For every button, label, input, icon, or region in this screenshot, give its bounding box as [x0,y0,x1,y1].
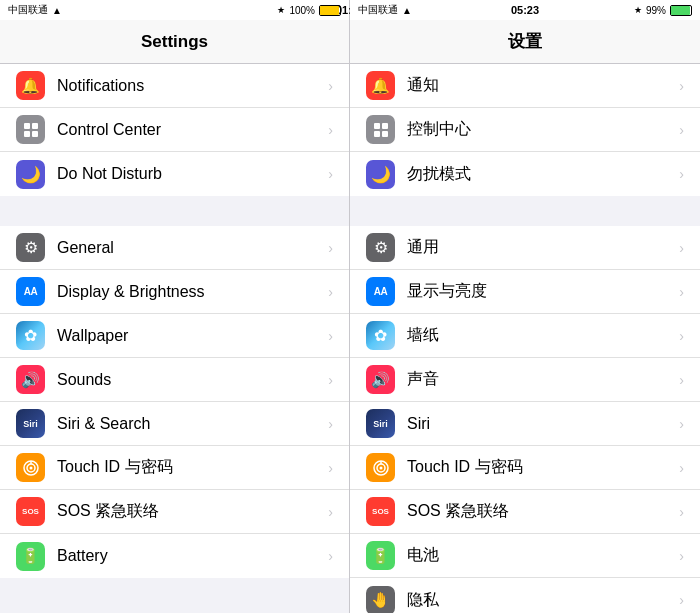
general-chevron: › [328,240,333,256]
zh-sidebar-item-siri[interactable]: Siri Siri › [350,402,700,446]
zh-siri-chevron: › [679,416,684,432]
sidebar-item-touch-id[interactable]: Touch ID 与密码 › [0,446,349,490]
zh-privacy-chevron: › [679,592,684,608]
touch-id-label: Touch ID 与密码 [57,457,324,478]
sidebar-item-battery[interactable]: 🔋 Battery › [0,534,349,578]
sidebar-item-wallpaper[interactable]: ✿ Wallpaper › [0,314,349,358]
svg-rect-2 [24,131,30,137]
control-center-icon-svg [22,121,40,139]
zh-control-center-chevron: › [679,122,684,138]
sounds-label: Sounds [57,371,324,389]
right-bluetooth-icon: ★ [634,5,642,15]
siri-search-label: Siri & Search [57,415,324,433]
sidebar-item-sos[interactable]: SOS SOS 紧急联络 › [0,490,349,534]
siri-icon-glyph: Siri [23,419,38,429]
zh-siri-icon-glyph: Siri [373,419,388,429]
zh-sidebar-item-notifications[interactable]: 🔔 通知 › [350,64,700,108]
touch-id-chevron: › [328,460,333,476]
zh-wallpaper-icon: ✿ [366,321,395,350]
touch-id-icon [16,453,45,482]
zh-sidebar-item-touch-id[interactable]: Touch ID 与密码 › [350,446,700,490]
touch-id-icon-svg [22,459,40,477]
display-brightness-icon: AA [16,277,45,306]
siri-icon: Siri [16,409,45,438]
notifications-icon: 🔔 [16,71,45,100]
sidebar-item-siri-search[interactable]: Siri Siri & Search › [0,402,349,446]
general-icon: ⚙ [16,233,45,262]
zh-wallpaper-icon-glyph: ✿ [374,326,387,345]
zh-general-label: 通用 [407,237,675,258]
left-section-1: 🔔 Notifications › Control Center › [0,64,349,196]
right-wifi-icon: ▲ [402,5,412,16]
left-battery-icon [319,5,341,16]
zh-display-brightness-chevron: › [679,284,684,300]
notifications-icon-glyph: 🔔 [21,77,40,95]
wallpaper-chevron: › [328,328,333,344]
do-not-disturb-icon: 🌙 [16,160,45,189]
svg-point-14 [379,466,382,469]
zh-control-center-icon [366,115,395,144]
zh-general-chevron: › [679,240,684,256]
sos-chevron: › [328,504,333,520]
sidebar-item-notifications[interactable]: 🔔 Notifications › [0,64,349,108]
right-phone-panel: 中国联通 ▲ 05:23 ★ 99% 设置 🔔 通知 › [350,0,700,613]
zh-sidebar-item-do-not-disturb[interactable]: 🌙 勿扰模式 › [350,152,700,196]
svg-rect-10 [374,131,380,137]
sidebar-item-general[interactable]: ⚙ General › [0,226,349,270]
zh-sidebar-item-sounds[interactable]: 🔊 声音 › [350,358,700,402]
zh-sounds-icon: 🔊 [366,365,395,394]
svg-rect-3 [32,131,38,137]
right-status-left: 中国联通 ▲ [358,3,412,17]
right-section-2: ⚙ 通用 › AA 显示与亮度 › ✿ 墙纸 › � [350,226,700,613]
control-center-label: Control Center [57,121,324,139]
zh-sidebar-item-wallpaper[interactable]: ✿ 墙纸 › [350,314,700,358]
zh-sidebar-item-sos[interactable]: SOS SOS 紧急联络 › [350,490,700,534]
siri-search-chevron: › [328,416,333,432]
zh-notifications-icon: 🔔 [366,71,395,100]
zh-battery-label: 电池 [407,545,675,566]
zh-sidebar-item-display-brightness[interactable]: AA 显示与亮度 › [350,270,700,314]
do-not-disturb-chevron: › [328,166,333,182]
right-battery-percent: 99% [646,5,666,16]
right-settings-list[interactable]: 🔔 通知 › 控制中心 › 🌙 [350,64,700,613]
battery-settings-icon-glyph: 🔋 [21,547,40,565]
display-brightness-label: Display & Brightness [57,283,324,301]
left-status-bar: 中国联通 ▲ 01:10 ★ 100% [0,0,349,20]
left-phone-panel: 中国联通 ▲ 01:10 ★ 100% Settings 🔔 Notificat… [0,0,350,613]
zh-general-icon: ⚙ [366,233,395,262]
right-carrier: 中国联通 [358,3,398,17]
left-battery-fill [320,6,339,15]
zh-control-center-label: 控制中心 [407,119,675,140]
zh-battery-chevron: › [679,548,684,564]
zh-touch-id-icon-svg [372,459,390,477]
sidebar-item-do-not-disturb[interactable]: 🌙 Do Not Disturb › [0,152,349,196]
do-not-disturb-icon-glyph: 🌙 [21,165,41,184]
zh-sidebar-item-battery[interactable]: 🔋 电池 › [350,534,700,578]
control-center-chevron: › [328,122,333,138]
zh-display-brightness-icon-text: AA [374,286,387,297]
right-status-right: ★ 99% [634,5,692,16]
sidebar-item-sounds[interactable]: 🔊 Sounds › [0,358,349,402]
left-settings-list[interactable]: 🔔 Notifications › Control Center › [0,64,349,613]
display-brightness-icon-text: AA [24,286,37,297]
battery-chevron: › [328,548,333,564]
do-not-disturb-label: Do Not Disturb [57,165,324,183]
left-status-left: 中国联通 ▲ [8,3,62,17]
zh-sidebar-item-control-center[interactable]: 控制中心 › [350,108,700,152]
left-section-2: ⚙ General › AA Display & Brightness › ✿ … [0,226,349,578]
svg-rect-0 [24,123,30,129]
battery-settings-icon: 🔋 [16,542,45,571]
wallpaper-label: Wallpaper [57,327,324,345]
zh-sos-label: SOS 紧急联络 [407,501,675,522]
right-status-bar: 中国联通 ▲ 05:23 ★ 99% [350,0,700,20]
sidebar-item-control-center[interactable]: Control Center › [0,108,349,152]
zh-sidebar-item-general[interactable]: ⚙ 通用 › [350,226,700,270]
zh-touch-id-label: Touch ID 与密码 [407,457,675,478]
zh-do-not-disturb-chevron: › [679,166,684,182]
general-icon-glyph: ⚙ [24,238,38,257]
zh-control-center-icon-svg [372,121,390,139]
wallpaper-icon: ✿ [16,321,45,350]
sidebar-item-display-brightness[interactable]: AA Display & Brightness › [0,270,349,314]
left-nav-title: Settings [141,32,208,52]
zh-sidebar-item-privacy[interactable]: 🤚 隐私 › [350,578,700,613]
